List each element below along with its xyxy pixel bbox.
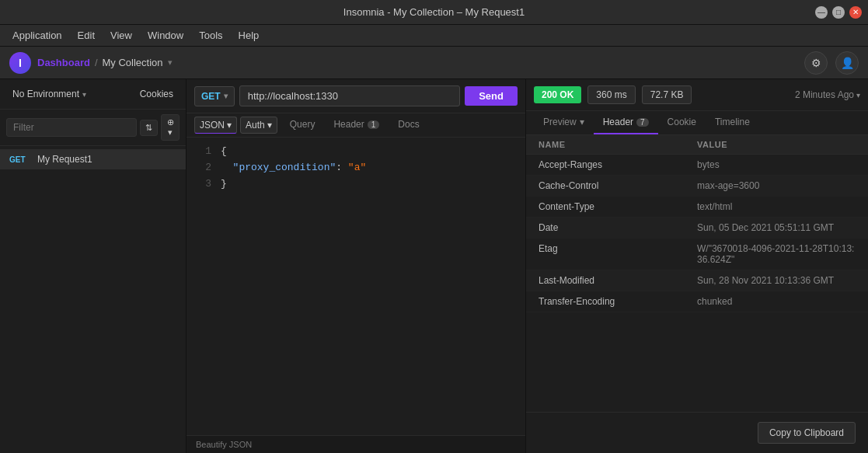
environment-selector[interactable]: No Environment ▾ (6, 85, 92, 103)
nav-right: ⚙ 👤 (804, 51, 859, 75)
menu-tools[interactable]: Tools (193, 28, 228, 43)
menu-window[interactable]: Window (141, 28, 190, 43)
add-request-button[interactable]: ⊕ ▾ (161, 114, 180, 141)
sidebar: No Environment ▾ Cookies ⇅ ⊕ ▾ GET My Re… (0, 79, 186, 453)
tab-cookie-label: Cookie (668, 117, 696, 127)
minimize-button[interactable]: — (815, 6, 828, 19)
beautify-bar[interactable]: Beautify JSON (186, 435, 525, 453)
col-value-header: VALUE (697, 140, 856, 149)
tab-query-label: Query (290, 119, 315, 130)
table-row: Accept-Rangesbytes (526, 155, 868, 176)
menu-application[interactable]: Application (6, 28, 68, 43)
breadcrumb-dashboard[interactable]: Dashboard (37, 57, 90, 68)
nav-left: I Dashboard / My Collection ▾ (9, 52, 173, 74)
sidebar-request-list: GET My Request1 (0, 146, 186, 453)
sort-button[interactable]: ⇅ (140, 120, 158, 136)
method-selector[interactable]: GET ▾ (194, 86, 235, 106)
headers-rows: Accept-RangesbytesCache-Controlmax-age=3… (526, 155, 868, 312)
tab-response-header-label: Header (603, 117, 633, 127)
tab-header-label: Header (333, 119, 364, 130)
collection-chevron-icon[interactable]: ▾ (168, 57, 173, 68)
titlebar: Insomnia - My Collection – My Request1 —… (0, 0, 868, 25)
tab-header[interactable]: Header 1 (324, 113, 389, 137)
header-value: text/html (697, 201, 856, 212)
method-label: GET (9, 155, 31, 164)
request-body[interactable]: 1 { 2 "proxy_condition": "a" 3 } (186, 138, 525, 435)
cookies-button[interactable]: Cookies (134, 85, 180, 103)
settings-button[interactable]: ⚙ (804, 51, 828, 75)
menu-help[interactable]: Help (232, 28, 266, 43)
copy-to-clipboard-button[interactable]: Copy to Clipboard (758, 422, 856, 444)
app-logo: I (9, 52, 31, 74)
sidebar-top: No Environment ▾ Cookies (0, 79, 186, 110)
code-line-3: 3 } (196, 176, 516, 193)
response-panel: 200 OK 360 ms 72.7 KB 2 Minutes Ago ▾ Pr… (526, 79, 868, 453)
tab-auth-label: Auth (246, 120, 265, 131)
request-tabs: JSON ▾ Auth ▾ Query Header 1 Docs (186, 113, 525, 138)
headers-table: NAME VALUE Accept-RangesbytesCache-Contr… (526, 135, 868, 312)
code-editor: 1 { 2 "proxy_condition": "a" 3 } (196, 144, 516, 192)
status-badge: 200 OK (534, 86, 581, 103)
tab-auth[interactable]: Auth ▾ (240, 117, 277, 134)
tab-preview[interactable]: Preview ▾ (534, 111, 594, 134)
header-value: Sun, 05 Dec 2021 05:51:11 GMT (697, 222, 856, 233)
gear-icon: ⚙ (811, 57, 821, 69)
header-name: Content-Type (539, 201, 697, 212)
breadcrumb-collection[interactable]: My Collection (103, 57, 163, 68)
close-button[interactable]: ✕ (849, 6, 862, 19)
send-button[interactable]: Send (465, 86, 518, 106)
beautify-label: Beautify JSON (196, 440, 252, 449)
response-toolbar: 200 OK 360 ms 72.7 KB 2 Minutes Ago ▾ (526, 79, 868, 111)
list-item[interactable]: GET My Request1 (0, 149, 186, 169)
method-value: GET (201, 91, 221, 102)
tab-docs[interactable]: Docs (389, 113, 428, 137)
environment-label: No Environment (12, 89, 79, 99)
timestamp[interactable]: 2 Minutes Ago ▾ (795, 89, 860, 100)
tab-json-label: JSON (200, 120, 225, 131)
request-panel: GET ▾ Send JSON ▾ Auth ▾ Query Header 1 (186, 79, 526, 453)
menu-edit[interactable]: Edit (71, 28, 101, 43)
main-layout: No Environment ▾ Cookies ⇅ ⊕ ▾ GET My Re… (0, 79, 868, 453)
header-name: Etag (539, 243, 697, 254)
tab-query[interactable]: Query (281, 113, 325, 137)
table-row: Transfer-Encodingchunked (526, 291, 868, 312)
header-name: Transfer-Encoding (539, 296, 697, 307)
col-name-header: NAME (539, 140, 697, 149)
table-row: Cache-Controlmax-age=3600 (526, 176, 868, 197)
table-row: Content-Typetext/html (526, 197, 868, 218)
headers-table-header: NAME VALUE (526, 135, 868, 155)
tab-json-caret-icon: ▾ (227, 120, 232, 131)
header-name: Accept-Ranges (539, 159, 697, 170)
response-headers-content: NAME VALUE Accept-RangesbytesCache-Contr… (526, 135, 868, 412)
tab-cookie[interactable]: Cookie (658, 111, 706, 134)
code-line-2: 2 "proxy_condition": "a" (196, 160, 516, 176)
navbar: I Dashboard / My Collection ▾ ⚙ 👤 (0, 47, 868, 79)
maximize-button[interactable]: □ (832, 6, 845, 19)
tab-preview-caret-icon: ▾ (580, 117, 584, 127)
url-input[interactable] (239, 85, 461, 106)
response-tabs: Preview ▾ Header 7 Cookie Timeline (526, 111, 868, 135)
header-value: max-age=3600 (697, 180, 856, 191)
tab-response-header[interactable]: Header 7 (594, 111, 658, 134)
filter-input[interactable] (6, 118, 137, 137)
header-value: chunked (697, 296, 856, 307)
tab-timeline-label: Timeline (715, 117, 750, 127)
menu-view[interactable]: View (104, 28, 138, 43)
header-value: Sun, 28 Nov 2021 10:13:36 GMT (697, 275, 856, 286)
tab-auth-caret-icon: ▾ (267, 120, 272, 131)
sidebar-filter: ⇅ ⊕ ▾ (0, 110, 186, 146)
url-bar: GET ▾ Send (186, 79, 525, 113)
tab-json[interactable]: JSON ▾ (194, 117, 237, 134)
table-row: Last-ModifiedSun, 28 Nov 2021 10:13:36 G… (526, 270, 868, 291)
response-header-badge: 7 (636, 118, 649, 127)
tab-timeline[interactable]: Timeline (706, 111, 759, 134)
request-name: My Request1 (37, 154, 92, 165)
table-row: DateSun, 05 Dec 2021 05:51:11 GMT (526, 218, 868, 239)
timestamp-caret-icon: ▾ (856, 91, 860, 99)
tab-docs-label: Docs (398, 119, 419, 130)
user-button[interactable]: 👤 (835, 51, 859, 75)
header-tab-badge: 1 (368, 120, 380, 129)
header-name: Date (539, 222, 697, 233)
table-row: EtagW/"3670018-4096-2021-11-28T10:13:36.… (526, 239, 868, 270)
window-title: Insomnia - My Collection – My Request1 (343, 6, 525, 18)
